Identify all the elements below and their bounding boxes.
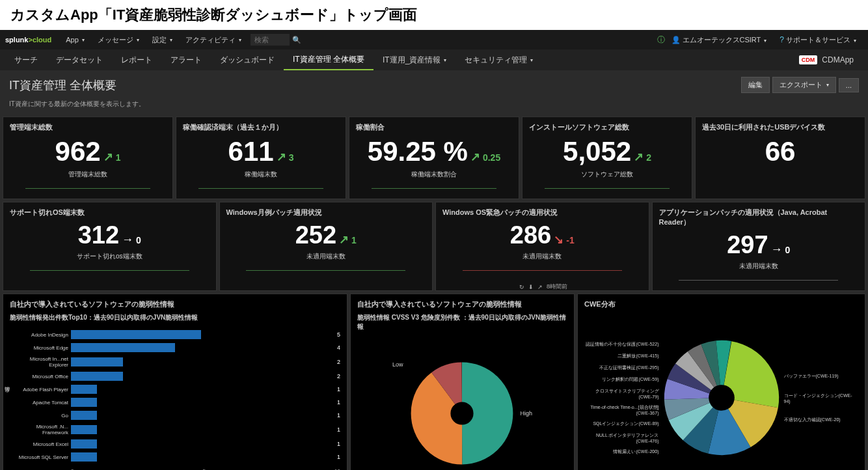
pie2-label: 二重解放(CWE-415)	[584, 353, 659, 359]
subnav-security[interactable]: セキュリティ管理	[455, 49, 542, 70]
bar-row: Microsoft Excel 1	[10, 439, 340, 449]
pie2-label: リンク解釈の問題(CWE-59)	[584, 376, 659, 383]
pie1-chart: Low High	[357, 335, 567, 470]
bar-label: Microsoft .N... Framework	[10, 424, 68, 435]
bar-value: 1	[337, 454, 340, 460]
kpi-label: 未適用端末数	[659, 262, 859, 271]
bar-label: Apache Tomcat	[10, 400, 68, 406]
more-button[interactable]: ...	[839, 78, 859, 92]
pie2-panel: CWE分布 認証情報の不十分な保護(CWE-522)二重解放(CWE-415)不…	[577, 294, 865, 470]
trend-arrow-icon: ↗	[103, 150, 113, 164]
bar-chart: Adobe InDesign 5 Microsoft Edge 4 Micros…	[10, 326, 340, 465]
sparkline	[659, 275, 859, 285]
bar-fill[interactable]	[71, 330, 201, 339]
page-description: IT資産に関する最新の全体概要を表示します。	[0, 100, 868, 114]
subnav-search[interactable]: サーチ	[5, 49, 47, 70]
bar-label: Microsoft Excel	[10, 441, 68, 447]
bar-fill[interactable]	[71, 372, 123, 381]
info-icon[interactable]: ⓘ	[657, 35, 665, 46]
trend-arrow-icon: ↗	[339, 232, 349, 247]
kpi-label: ソフトウェア総数	[529, 170, 685, 179]
kpi-card[interactable]: Windows月例パッチ適用状況 252 ↗ 1 未適用端末数	[219, 202, 433, 291]
user-menu[interactable]: 👤 エムオーテックスCSIRT	[671, 35, 767, 45]
sparkline	[10, 183, 166, 193]
kpi-label: 管理端末総数	[10, 170, 166, 179]
kpi-title: インストールソフトウェア総数	[529, 122, 685, 132]
kpi-card[interactable]: インストールソフトウェア総数 5,052 ↗ 2 ソフトウェア総数	[522, 117, 692, 199]
kpi-value: 59.25 %	[368, 136, 468, 167]
subnav-dashboard[interactable]: ダッシュボード	[211, 49, 284, 70]
app-badge-icon: CDM	[799, 55, 818, 64]
export-button[interactable]: エクスポート	[772, 77, 836, 93]
kpi-card[interactable]: アプリケーションパッチの適用状況（Java, Acrobat Reader） 2…	[652, 202, 866, 291]
kpi-card[interactable]: 過去30日に利用されたUSBデバイス数 66	[695, 117, 865, 199]
subnav-dataset[interactable]: データセット	[47, 49, 112, 70]
bar-fill[interactable]	[71, 411, 97, 420]
pie1-label-high: High	[521, 410, 533, 417]
bar-fill[interactable]	[71, 357, 123, 366]
kpi-value: 66	[765, 136, 796, 167]
sparkline	[226, 265, 426, 275]
nav-activity[interactable]: アクティビティ	[185, 35, 241, 45]
bar-value: 1	[337, 426, 340, 433]
bar-value: 4	[337, 344, 340, 351]
logo: splunk>cloud	[5, 36, 51, 44]
download-icon[interactable]: ⬇	[528, 284, 534, 290]
trend-arrow-icon: ↗	[470, 150, 480, 164]
refresh-icon[interactable]: ↻	[519, 284, 524, 290]
bar-value: 5	[337, 331, 340, 338]
pie2-label: Time-of-check Time-o...[競合状態](CWE-367)	[584, 404, 659, 415]
search-input[interactable]	[251, 34, 290, 46]
pie2-panel-title: CWE分布	[584, 299, 858, 309]
app-switcher[interactable]: CDMCDMApp	[790, 49, 863, 70]
bar-label: Microsoft Office	[10, 374, 68, 380]
bar-fill[interactable]	[71, 398, 97, 407]
trend-delta: 2	[646, 152, 651, 163]
kpi-card[interactable]: Windows OS緊急パッチの適用状況 286 ↘ -1 未適用端末数	[435, 202, 649, 291]
sparkline	[356, 183, 512, 193]
search-icon[interactable]: 🔍	[292, 36, 301, 44]
open-icon[interactable]: ↗	[537, 284, 543, 290]
kpi-row-2: サポート切れOS端末数 312 → 0 サポート切れos端末数 Windows月…	[3, 202, 865, 291]
bar-fill[interactable]	[71, 439, 97, 449]
kpi-value: 252	[295, 221, 336, 249]
bar-fill[interactable]	[71, 385, 97, 394]
bar-label: Microsoft In...net Explorer	[10, 356, 68, 368]
subnav-it-ops[interactable]: IT運用_資産情報	[373, 49, 455, 70]
help-icon: ?	[780, 35, 784, 44]
nav-messages[interactable]: メッセージ	[98, 35, 139, 45]
subnav-it-asset-overview[interactable]: IT資産管理 全体概要	[284, 49, 373, 70]
bar-label: Microsoft Edge	[10, 345, 68, 351]
pie2-label: コード・インジェクション(CWE-94)	[784, 393, 859, 404]
subnav-report[interactable]: レポート	[112, 49, 161, 70]
kpi-card[interactable]: 稼働確認済端末（過去１か月） 611 ↗ 3 稼働端末数	[176, 117, 346, 199]
bar-value: 1	[337, 412, 340, 419]
trend-arrow-icon: ↗	[634, 150, 644, 164]
sparkline	[442, 265, 642, 275]
kpi-value: 5,052	[563, 136, 631, 167]
kpi-card[interactable]: サポート切れOS端末数 312 → 0 サポート切れos端末数	[3, 202, 217, 291]
pie1-panel: ↻ ⬇ ↗ 8時間前 自社内で導入されているソフトウェアの脆弱性情報 脆弱性情報…	[350, 294, 575, 470]
bar-fill[interactable]	[71, 343, 175, 352]
dashboard: 管理端末総数 962 ↗ 1 管理端末総数 稼働確認済端末（過去１か月） 611…	[0, 114, 868, 470]
nav-settings[interactable]: 設定	[152, 35, 172, 45]
kpi-value: 286	[510, 221, 551, 249]
kpi-card[interactable]: 稼働割合 59.25 % ↗ 0.25 稼働端末数割合	[349, 117, 519, 199]
edit-button[interactable]: 編集	[741, 77, 770, 93]
kpi-label: 稼働端末数割合	[356, 170, 512, 179]
kpi-card[interactable]: 管理端末総数 962 ↗ 1 管理端末総数	[3, 117, 173, 199]
subnav-alert[interactable]: アラート	[161, 49, 211, 70]
nav-app[interactable]: App	[66, 36, 85, 44]
support-menu[interactable]: ? サポート＆サービス	[780, 35, 856, 45]
bar-value: 2	[337, 359, 340, 365]
pie2-label: クロスサイトスクリプティング(CWE-79)	[584, 388, 659, 399]
user-icon: 👤	[671, 36, 681, 44]
kpi-value: 312	[78, 221, 119, 249]
bar-fill[interactable]	[71, 452, 97, 462]
charts-row: 自社内で導入されているソフトウェアの脆弱性情報 脆弱性情報発出件数Top10：過…	[3, 294, 865, 470]
trend-arrow-icon: →	[122, 233, 133, 247]
bar-row: Adobe Flash Player 1	[10, 385, 340, 394]
pie2-label: NULL ポインタデリファレンス(CWE-476)	[584, 432, 659, 443]
kpi-title: 稼働割合	[356, 122, 512, 132]
bar-fill[interactable]	[71, 425, 97, 434]
